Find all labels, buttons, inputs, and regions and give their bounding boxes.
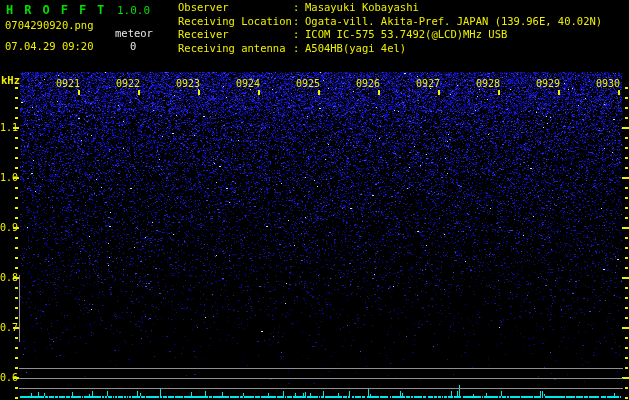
freq-tick-left <box>15 97 18 99</box>
freq-tick-right <box>625 107 628 109</box>
freq-tick-label: 0.8 <box>0 272 14 283</box>
freq-tick-right <box>625 97 628 99</box>
freq-tick-right <box>625 367 628 369</box>
freq-tick-right <box>625 297 628 299</box>
freq-tick-label: 0.6 <box>0 372 14 383</box>
freq-tick-right <box>625 137 628 139</box>
freq-tick-left <box>15 387 18 389</box>
time-tick-label: 0923 <box>174 78 200 89</box>
freq-tick-left <box>15 167 18 169</box>
freq-tick-label: 0.9 <box>0 222 14 233</box>
freq-tick-right <box>622 327 629 329</box>
reference-line-3 <box>19 388 623 389</box>
freq-tick-left <box>15 87 18 89</box>
freq-tick-left <box>15 357 18 359</box>
freq-tick-left <box>15 157 18 159</box>
freq-tick-right <box>625 397 628 399</box>
time-tick-label: 0925 <box>294 78 320 89</box>
hrofft-screen: HROFFT 1.0.0 0704290920.png meteor 07.04… <box>0 0 629 400</box>
time-tick-mark <box>78 90 80 95</box>
time-tick-label: 0928 <box>474 78 500 89</box>
freq-tick-right <box>622 377 629 379</box>
freq-tick-right <box>625 307 628 309</box>
freq-tick-right <box>622 127 629 129</box>
freq-tick-label: 0.7 <box>0 322 14 333</box>
overlay-layer: HROFFT 1.0.0 0704290920.png meteor 07.04… <box>0 0 629 400</box>
time-tick-mark <box>318 90 320 95</box>
freq-tick-left <box>15 187 18 189</box>
freq-tick-right <box>625 257 628 259</box>
freq-tick-right <box>625 87 628 89</box>
freq-tick-label: 1.0 <box>0 172 14 183</box>
freq-tick-left <box>15 367 18 369</box>
freq-tick-left <box>15 207 18 209</box>
freq-tick-left <box>13 127 19 129</box>
freq-tick-right <box>625 387 628 389</box>
time-tick-label: 0930 <box>594 78 620 89</box>
freq-tick-label: 1.1 <box>0 122 14 133</box>
freq-tick-right <box>625 207 628 209</box>
reference-line-1 <box>19 368 623 369</box>
freq-tick-right <box>625 287 628 289</box>
freq-tick-left <box>15 247 18 249</box>
freq-tick-left <box>15 217 18 219</box>
freq-tick-left <box>15 117 18 119</box>
reference-line-2 <box>19 378 623 379</box>
freq-tick-right <box>625 157 628 159</box>
freq-tick-left <box>15 397 18 399</box>
freq-tick-right <box>625 247 628 249</box>
freq-tick-right <box>625 167 628 169</box>
freq-tick-left <box>15 237 18 239</box>
freq-tick-right <box>625 337 628 339</box>
freq-tick-left <box>15 137 18 139</box>
time-tick-mark <box>138 90 140 95</box>
freq-tick-right <box>625 197 628 199</box>
time-tick-label: 0922 <box>114 78 140 89</box>
freq-tick-left <box>15 287 18 289</box>
time-tick-label: 0927 <box>414 78 440 89</box>
freq-tick-left <box>15 147 18 149</box>
time-tick-label: 0929 <box>534 78 560 89</box>
freq-tick-right <box>625 217 628 219</box>
freq-tick-right <box>625 357 628 359</box>
freq-tick-right <box>622 177 629 179</box>
time-tick-mark <box>438 90 440 95</box>
time-tick-label: 0924 <box>234 78 260 89</box>
freq-tick-right <box>622 227 629 229</box>
freq-tick-right <box>625 117 628 119</box>
freq-tick-left <box>15 267 18 269</box>
freq-tick-right <box>625 147 628 149</box>
freq-tick-left <box>15 307 18 309</box>
freq-tick-right <box>625 187 628 189</box>
freq-tick-left <box>13 227 19 229</box>
time-tick-mark <box>618 90 620 95</box>
freq-tick-left <box>15 297 18 299</box>
time-tick-label: 0926 <box>354 78 380 89</box>
freq-tick-right <box>622 277 629 279</box>
freq-tick-right <box>625 317 628 319</box>
freq-tick-right <box>625 267 628 269</box>
freq-tick-right <box>625 347 628 349</box>
time-tick-mark <box>558 90 560 95</box>
freq-tick-left <box>15 107 18 109</box>
freq-tick-left <box>15 337 18 339</box>
freq-tick-left <box>15 347 18 349</box>
time-tick-mark <box>498 90 500 95</box>
axis-layer: 1.11.00.90.80.70.60921092209230924092509… <box>0 0 629 400</box>
time-tick-mark <box>378 90 380 95</box>
freq-tick-left <box>13 177 19 179</box>
freq-tick-left <box>15 317 18 319</box>
left-border-line <box>19 275 20 342</box>
time-tick-mark <box>198 90 200 95</box>
time-tick-mark <box>258 90 260 95</box>
freq-tick-left <box>15 197 18 199</box>
freq-tick-right <box>625 237 628 239</box>
time-tick-label: 0921 <box>54 78 80 89</box>
freq-tick-left <box>15 257 18 259</box>
